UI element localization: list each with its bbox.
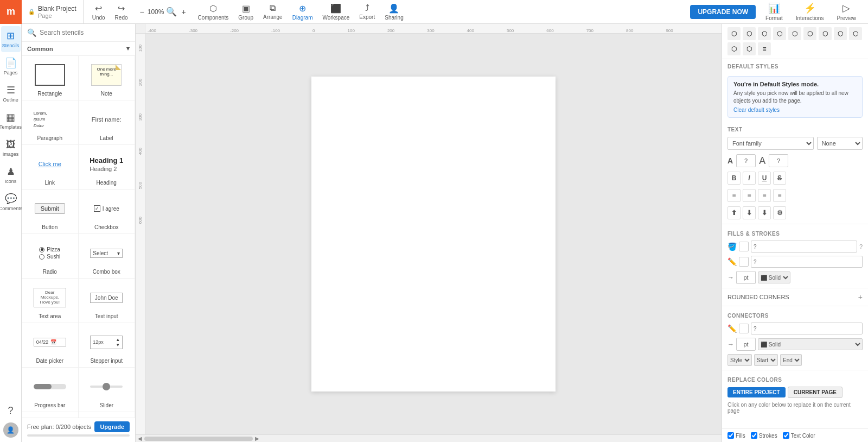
stroke-color-input[interactable] — [751, 256, 863, 268]
align-middle-left-button[interactable]: ⬡ — [773, 27, 786, 40]
align-middle-right-button[interactable]: ⬡ — [803, 27, 816, 40]
align-justify-button[interactable]: ≡ — [773, 189, 786, 202]
stencil-item-slider[interactable]: Slider — [79, 368, 136, 412]
stencil-item-progressbar[interactable]: Progress bar — [22, 368, 79, 412]
stencil-item-paragraph[interactable]: Lorem,IpsumDolor Paragraph — [22, 100, 79, 145]
stencil-item-rectangle[interactable]: Rectangle — [22, 56, 79, 100]
search-input[interactable] — [40, 29, 130, 36]
zoom-plus-button[interactable]: + — [179, 8, 188, 16]
sharing-button[interactable]: 👤 Sharing — [380, 1, 407, 23]
stencil-item-heading[interactable]: Heading 1 Heading 2 Heading — [79, 145, 136, 190]
stencil-item-link[interactable]: Click me Link — [22, 145, 79, 190]
scrollbar-thumb-h[interactable] — [144, 437, 253, 441]
sidebar-item-comments[interactable]: 💬 Comments — [1, 189, 21, 215]
connector-start-select[interactable]: Start — [754, 354, 778, 366]
textcolor-checkbox[interactable] — [783, 432, 789, 439]
align-top-left-button[interactable]: ⬡ — [727, 27, 741, 40]
font-none-select[interactable]: None — [817, 137, 863, 150]
section-toggle-icon[interactable]: ▾ — [126, 45, 130, 52]
scroll-right-icon[interactable]: ▶ — [253, 435, 261, 441]
align-middle-center-button[interactable]: ⬡ — [788, 27, 801, 40]
valign-middle-button[interactable]: ⬇ — [743, 206, 756, 219]
strokes-checkbox[interactable] — [751, 432, 757, 439]
stroke-color-swatch[interactable] — [739, 257, 749, 267]
stencil-item-textinput[interactable]: John Doe Text input — [79, 279, 136, 323]
align-top-center-button[interactable]: ⬡ — [743, 27, 756, 40]
stencil-item-delete[interactable] — [79, 412, 136, 418]
preview-button[interactable]: ▷ Preview — [831, 0, 861, 23]
valign-bottom-button[interactable]: ⬇ — [758, 206, 771, 219]
connector-end-select[interactable]: End — [780, 354, 802, 366]
stroke-width-input[interactable] — [736, 271, 756, 284]
stencil-item-stepperinput[interactable]: 12px ▲ ▼ Stepper input — [79, 323, 136, 368]
sidebar-item-images[interactable]: 🖼 Images — [1, 135, 21, 161]
group-button[interactable]: ▣ Group — [234, 1, 258, 23]
align-top-right-button[interactable]: ⬡ — [758, 27, 771, 40]
workspace-button[interactable]: ⬛ Workspace — [318, 1, 354, 23]
font-size-px-input[interactable] — [769, 154, 788, 167]
align-extra-button[interactable]: ≡ — [758, 42, 771, 55]
current-page-button[interactable]: CURRENT PAGE — [788, 387, 843, 398]
canvas-content[interactable] — [145, 34, 722, 434]
stencil-item-checkbox[interactable]: ✓ I agree Checkbox — [79, 190, 136, 234]
underline-button[interactable]: U — [758, 172, 771, 185]
diagram-button[interactable]: ⊕ Diagram — [288, 1, 317, 23]
fill-color-input[interactable] — [751, 241, 857, 252]
sidebar-item-icons[interactable]: ♟ Icons — [1, 162, 21, 188]
bold-button[interactable]: B — [727, 172, 741, 185]
align-bottom-left-button[interactable]: ⬡ — [819, 27, 832, 40]
fills-checkbox[interactable] — [727, 432, 734, 439]
stencil-item-note[interactable]: One more thing... Note — [79, 56, 136, 100]
export-button[interactable]: ⤴ Export — [355, 1, 379, 22]
text-settings-button[interactable]: ⚙ — [773, 206, 786, 219]
help-button[interactable]: ? — [1, 401, 21, 420]
align-bottom-center-button[interactable]: ⬡ — [834, 27, 847, 40]
interactions-button[interactable]: ⚡ Interactions — [790, 0, 829, 23]
app-logo[interactable]: m — [0, 0, 22, 24]
connector-color-input[interactable] — [751, 323, 863, 334]
distribute-v-button[interactable]: ⬡ — [743, 42, 756, 55]
distribute-h-button[interactable]: ⬡ — [727, 42, 741, 55]
align-center-button[interactable]: ≡ — [743, 189, 756, 202]
sidebar-item-pages[interactable]: 📄 Pages — [1, 53, 21, 79]
upgrade-small-button[interactable]: Upgrade — [94, 421, 130, 432]
connector-type-select[interactable]: ⬛ Solid — [758, 338, 863, 350]
stencil-item-label[interactable]: First name: Label — [79, 100, 136, 145]
fill-color-swatch[interactable] — [739, 242, 749, 251]
scroll-left-icon[interactable]: ◀ — [136, 435, 144, 441]
sidebar-item-outline[interactable]: ☰ Outline — [1, 80, 21, 106]
sidebar-item-templates[interactable]: ▦ Templates — [1, 108, 21, 134]
zoom-minus-button[interactable]: − — [138, 8, 146, 16]
connector-width-input[interactable] — [736, 338, 756, 351]
connector-style-select[interactable]: Style — [727, 354, 752, 366]
components-button[interactable]: ⬡ Components — [194, 1, 233, 23]
stencil-item-button[interactable]: Submit Button — [22, 190, 79, 234]
undo-button[interactable]: ↩ Undo — [88, 1, 110, 23]
redo-button[interactable]: ↪ Redo — [111, 1, 132, 23]
progressbar-fill — [34, 384, 52, 389]
stencil-item-image[interactable]: 🏔 Image — [22, 412, 79, 418]
stencil-item-datepicker[interactable]: 04/22 📅 Date picker — [22, 323, 79, 368]
align-right-button[interactable]: ≡ — [758, 189, 771, 202]
upgrade-now-button[interactable]: UPGRADE NOW — [690, 5, 756, 19]
strikethrough-button[interactable]: S — [773, 172, 786, 185]
valign-top-button[interactable]: ⬆ — [727, 206, 741, 219]
stencil-item-radio[interactable]: Pizza Sushi Radio — [22, 234, 79, 279]
stencil-item-textarea[interactable]: Dear Mockups,I love you! Text area — [22, 279, 79, 323]
align-left-button[interactable]: ≡ — [727, 189, 741, 202]
sidebar-item-stencils[interactable]: ⊞ Stencils — [1, 26, 21, 52]
arrange-button[interactable]: ⧉ Arrange — [259, 1, 287, 22]
align-bottom-right-button[interactable]: ⬡ — [849, 27, 862, 40]
font-size-input[interactable] — [736, 154, 756, 167]
entire-project-button[interactable]: ENTIRE PROJECT — [727, 387, 786, 397]
format-button[interactable]: 📊 Format — [760, 0, 788, 23]
stencil-item-combobox[interactable]: Select ▾ Combo box — [79, 234, 136, 279]
clear-default-styles-link[interactable]: Clear default styles — [733, 107, 780, 113]
connector-color-swatch[interactable] — [739, 324, 749, 333]
stroke-type-select[interactable]: ⬛ Solid — [758, 271, 790, 283]
avatar[interactable]: 👤 — [3, 422, 18, 438]
italic-button[interactable]: I — [743, 172, 756, 185]
rounded-corners-plus[interactable]: + — [858, 293, 863, 301]
font-family-select[interactable]: Font family — [727, 137, 814, 150]
zoom-search-icon[interactable]: 🔍 — [165, 7, 178, 17]
